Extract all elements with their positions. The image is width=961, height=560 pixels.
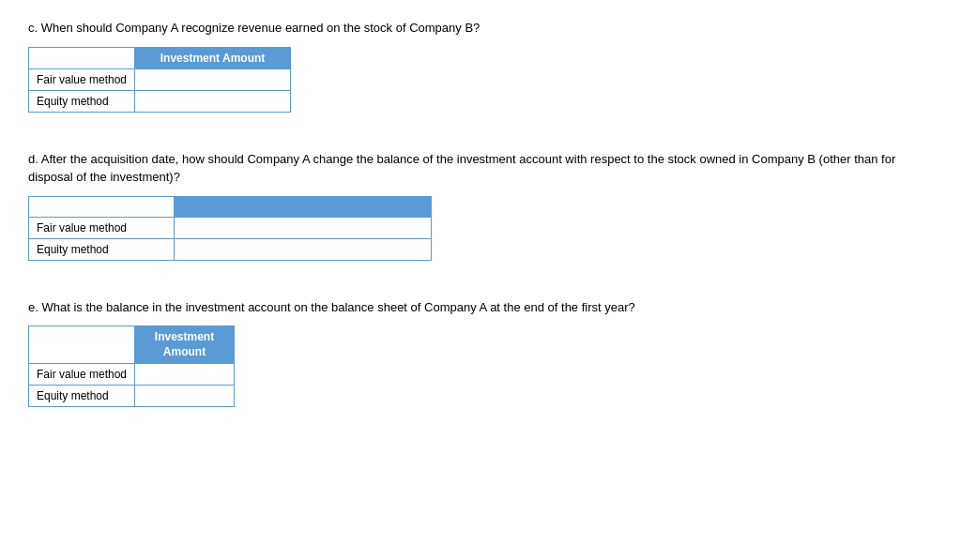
- table-d: Fair value method Equity method: [28, 196, 432, 261]
- table-row: Equity method: [29, 386, 235, 407]
- fair-value-value-d[interactable]: [174, 217, 431, 238]
- question-e: e. What is the balance in the investment…: [28, 298, 933, 408]
- equity-method-value-c[interactable]: [135, 90, 291, 112]
- equity-method-label-c: Equity method: [29, 90, 135, 112]
- question-e-text: e. What is the balance in the investment…: [28, 298, 933, 317]
- question-c: c. When should Company A recognize reven…: [28, 19, 933, 113]
- table-d-header: [174, 196, 431, 217]
- equity-method-value-d[interactable]: [174, 238, 431, 260]
- table-c-header: Investment Amount: [135, 47, 291, 68]
- table-row: Equity method: [29, 238, 432, 260]
- equity-method-label-e: Equity method: [29, 386, 135, 407]
- table-row: Fair value method: [29, 68, 291, 90]
- fair-value-value-c[interactable]: [135, 68, 291, 90]
- table-row: Equity method: [29, 90, 291, 112]
- fair-value-value-e[interactable]: [135, 364, 235, 386]
- question-d: d. After the acquisition date, how shoul…: [28, 150, 933, 261]
- table-e-header: Investment Amount: [135, 326, 235, 364]
- table-row: Fair value method: [29, 217, 432, 238]
- fair-value-label-e: Fair value method: [29, 364, 135, 386]
- equity-method-value-e[interactable]: [135, 386, 235, 407]
- question-d-text: d. After the acquisition date, how shoul…: [28, 150, 933, 187]
- table-c: Investment Amount Fair value method Equi…: [28, 47, 291, 113]
- table-row: Fair value method: [29, 364, 235, 386]
- table-e: Investment Amount Fair value method Equi…: [28, 325, 235, 407]
- fair-value-label-d: Fair value method: [29, 217, 175, 238]
- equity-method-label-d: Equity method: [29, 238, 175, 260]
- fair-value-label-c: Fair value method: [29, 68, 135, 90]
- question-c-text: c. When should Company A recognize reven…: [28, 19, 933, 38]
